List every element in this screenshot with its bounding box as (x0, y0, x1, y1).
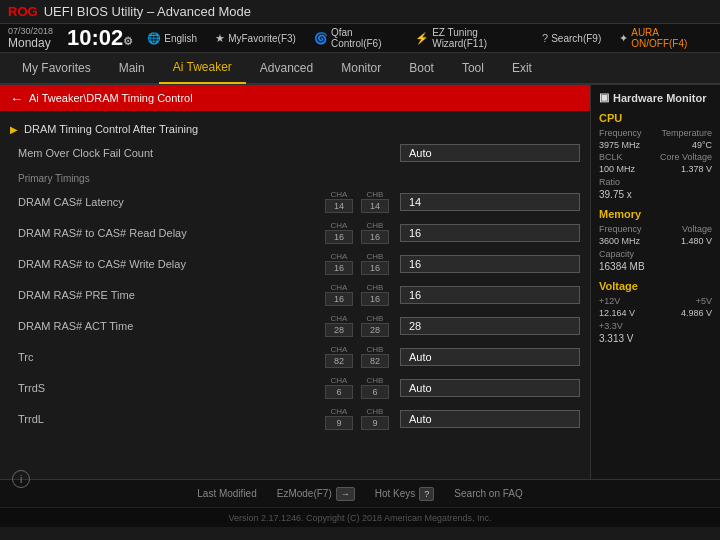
cha-val-2: 16 (325, 261, 353, 275)
hw-ratio-value: 39.75 x (599, 189, 632, 200)
chb-val-0: 14 (361, 199, 389, 213)
channel-pair-4: CHA 28 CHB 28 (324, 314, 394, 337)
nav-ai-tweaker[interactable]: Ai Tweaker (159, 52, 246, 84)
channel-pair-6: CHA 6 CHB 6 (324, 376, 394, 399)
timing-row-6: TrrdS CHA 6 CHB 6 (10, 372, 580, 403)
section-header[interactable]: ▶ DRAM Timing Control After Training (10, 117, 580, 139)
hw-mem-freq-value: 3600 MHz (599, 236, 640, 246)
mem-overclock-row: Mem Over Clock Fail Count (10, 139, 580, 167)
nav-tool[interactable]: Tool (448, 52, 498, 84)
timing-row-4: DRAM RAS# ACT Time CHA 28 CHB 28 (10, 310, 580, 341)
time-display: 10:02⚙ (67, 27, 133, 49)
mem-overclock-label: Mem Over Clock Fail Count (10, 147, 400, 159)
main-nav: My Favorites Main Ai Tweaker Advanced Mo… (0, 53, 720, 85)
primary-timings-label: Primary Timings (10, 167, 580, 186)
nav-exit[interactable]: Exit (498, 52, 546, 84)
ezmode-item[interactable]: EzMode(F7) → (277, 487, 355, 501)
hw-capacity-val-row: 16384 MB (599, 261, 712, 272)
chb-info-1: CHB 16 (360, 221, 390, 244)
timing-value-7[interactable] (400, 410, 580, 428)
tuning-icon: ⚡ (415, 32, 429, 45)
date-display: 07/30/2018 (8, 26, 53, 36)
timing-value-5[interactable] (400, 348, 580, 366)
search-icon: ? (542, 32, 548, 44)
search-faq-item[interactable]: Search on FAQ (454, 488, 522, 499)
hotkeys-label: Hot Keys (375, 488, 416, 499)
timing-row-0: DRAM CAS# Latency CHA 14 CHB 14 (10, 186, 580, 217)
qfan-btn[interactable]: 🌀 Qfan Control(F6) (310, 26, 401, 50)
title-bar: ROG UEFI BIOS Utility – Advanced Mode (0, 0, 720, 24)
channel-pair-5: CHA 82 CHB 82 (324, 345, 394, 368)
timing-value-4[interactable] (400, 317, 580, 335)
timing-label-5: Trc (10, 351, 324, 363)
cha-val-3: 16 (325, 292, 353, 306)
back-button[interactable]: ← (10, 91, 23, 106)
hw-cpu-freq-val-row: 3975 MHz 49°C (599, 140, 712, 150)
settings-area: ▶ DRAM Timing Control After Training Mem… (0, 111, 590, 479)
hw-mem-freq-row: Frequency Voltage (599, 224, 712, 234)
cha-val-5: 82 (325, 354, 353, 368)
cha-info-3: CHA 16 (324, 283, 354, 306)
hw-12v-val-row: 12.164 V 4.986 V (599, 308, 712, 318)
eztuning-btn[interactable]: ⚡ EZ Tuning Wizard(F11) (411, 26, 528, 50)
search-btn[interactable]: ? Search(F9) (538, 31, 605, 45)
chb-info-2: CHB 16 (360, 252, 390, 275)
timing-label-6: TrrdS (10, 382, 324, 394)
cha-val-6: 6 (325, 385, 353, 399)
chb-info-4: CHB 28 (360, 314, 390, 337)
hw-33v-value: 3.313 V (599, 333, 633, 344)
hotkeys-key[interactable]: ? (419, 487, 434, 501)
chb-val-4: 28 (361, 323, 389, 337)
gear-icon[interactable]: ⚙ (123, 35, 133, 47)
timing-rows: DRAM CAS# Latency CHA 14 CHB 14 DRAM RAS… (10, 186, 580, 434)
hw-ratio-val-row: 39.75 x (599, 189, 712, 200)
timing-row-2: DRAM RAS# to CAS# Write Delay CHA 16 CHB… (10, 248, 580, 279)
ezmode-key: → (336, 487, 355, 501)
hw-cpu-freq-value: 3975 MHz (599, 140, 640, 150)
hw-monitor-icon: ▣ (599, 91, 609, 104)
version-text: Version 2.17.1246. Copyright (C) 2018 Am… (228, 513, 491, 523)
timing-label-0: DRAM CAS# Latency (10, 196, 324, 208)
nav-main[interactable]: Main (105, 52, 159, 84)
timing-label-4: DRAM RAS# ACT Time (10, 320, 324, 332)
cha-val-1: 16 (325, 230, 353, 244)
rog-logo: ROG (8, 4, 38, 19)
main-layout: ← Ai Tweaker\DRAM Timing Control ▶ DRAM … (0, 85, 720, 479)
nav-boot[interactable]: Boot (395, 52, 448, 84)
hw-volt-title: Voltage (599, 280, 712, 292)
timing-value-0[interactable] (400, 193, 580, 211)
timing-value-1[interactable] (400, 224, 580, 242)
chb-info-7: CHB 9 (360, 407, 390, 430)
datetime: 07/30/2018 Monday (8, 26, 53, 50)
cha-info-7: CHA 9 (324, 407, 354, 430)
hw-corevolt-label: Core Voltage (660, 152, 712, 162)
aura-btn[interactable]: ✦ AURA ON/OFF(F4) (615, 26, 712, 50)
nav-my-favorites[interactable]: My Favorites (8, 52, 105, 84)
hw-12v-value: 12.164 V (599, 308, 635, 318)
myfavorite-btn[interactable]: ★ MyFavorite(F3) (211, 31, 300, 46)
chb-info-6: CHB 6 (360, 376, 390, 399)
hw-33v-val-row: 3.313 V (599, 333, 712, 344)
hw-cpu-temp-value: 49°C (692, 140, 712, 150)
section-toggle-icon: ▶ (10, 124, 18, 135)
title-text: UEFI BIOS Utility – Advanced Mode (44, 4, 251, 19)
hotkeys-item: Hot Keys ? (375, 487, 435, 501)
section-title: DRAM Timing Control After Training (24, 123, 198, 135)
timing-value-3[interactable] (400, 286, 580, 304)
cha-info-1: CHA 16 (324, 221, 354, 244)
hw-capacity-row: Capacity (599, 248, 712, 259)
mem-overclock-value[interactable] (400, 144, 580, 162)
cha-info-0: CHA 14 (324, 190, 354, 213)
timing-value-6[interactable] (400, 379, 580, 397)
chb-val-1: 16 (361, 230, 389, 244)
hw-monitor-panel: ▣ Hardware Monitor CPU Frequency Tempera… (590, 85, 720, 479)
english-btn[interactable]: 🌐 English (143, 31, 201, 46)
timing-value-2[interactable] (400, 255, 580, 273)
chb-info-5: CHB 82 (360, 345, 390, 368)
nav-monitor[interactable]: Monitor (327, 52, 395, 84)
cha-val-7: 9 (325, 416, 353, 430)
nav-advanced[interactable]: Advanced (246, 52, 327, 84)
last-modified-label: Last Modified (197, 488, 256, 499)
hw-cpu-freq-row: Frequency Temperature (599, 128, 712, 138)
info-button[interactable]: i (12, 470, 30, 488)
